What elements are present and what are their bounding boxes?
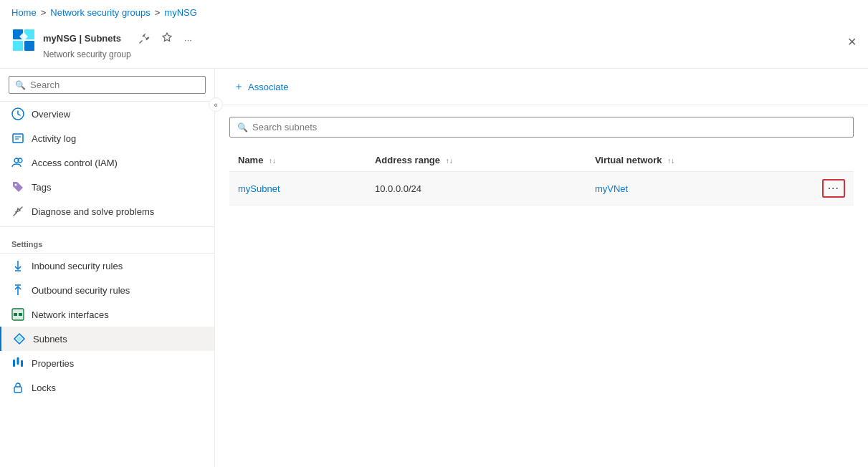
- breadcrumb-current[interactable]: myNSG: [164, 7, 197, 18]
- subnets-icon: [13, 332, 26, 345]
- sidebar-subnets-label: Subnets: [33, 334, 67, 345]
- content-toolbar: ＋ Associate: [215, 69, 868, 105]
- svg-rect-3: [24, 41, 34, 51]
- resource-title-group: myNSG | Subnets ··· Network security gro…: [43, 28, 195, 59]
- sidebar-nav: Overview Activity log Access control (IA…: [0, 102, 214, 223]
- breadcrumb-nsg[interactable]: Network security groups: [50, 7, 150, 18]
- sidebar-outbound-label: Outbound security rules: [32, 285, 130, 296]
- network-interfaces-icon: [11, 308, 24, 321]
- resource-title-text: myNSG | Subnets ···: [43, 28, 195, 48]
- sidebar-item-inbound-rules[interactable]: Inbound security rules: [0, 254, 214, 278]
- search-subnets-icon: 🔍: [237, 122, 248, 133]
- search-subnets-box: 🔍: [229, 117, 854, 138]
- sidebar-item-network-interfaces[interactable]: Network interfaces: [0, 302, 214, 327]
- outbound-rules-icon: [11, 284, 24, 297]
- search-input[interactable]: [30, 80, 199, 90]
- svg-rect-25: [14, 387, 22, 393]
- sidebar: 🔍 Overview Activity log: [0, 69, 215, 467]
- svg-rect-24: [21, 360, 23, 367]
- locks-icon: [11, 381, 24, 394]
- svg-rect-6: [13, 134, 23, 143]
- settings-section-label: Settings: [0, 230, 214, 251]
- address-sort-icon[interactable]: ↑↓: [446, 157, 453, 165]
- settings-divider: [0, 226, 214, 227]
- svg-rect-2: [13, 41, 23, 51]
- col-name: Name ↑↓: [229, 149, 366, 172]
- subnet-name-link[interactable]: mySubnet: [238, 183, 280, 194]
- sidebar-item-locks[interactable]: Locks: [0, 375, 214, 400]
- sidebar-iam-label: Access control (IAM): [32, 158, 118, 168]
- cell-name: mySubnet: [229, 172, 366, 206]
- breadcrumb-home[interactable]: Home: [11, 7, 37, 18]
- svg-marker-21: [16, 336, 22, 342]
- search-subnets-input[interactable]: [252, 122, 846, 133]
- sidebar-collapse-button[interactable]: «: [209, 97, 223, 112]
- subnets-table: Name ↑↓ Address range ↑↓ Virtual network…: [229, 149, 854, 206]
- table-row: mySubnet 10.0.0.0/24 myVNet ···: [229, 172, 854, 206]
- table-body: mySubnet 10.0.0.0/24 myVNet ···: [229, 172, 854, 206]
- sidebar-settings-nav: Inbound security rules Outbound security…: [0, 254, 214, 400]
- main-layout: 🔍 Overview Activity log: [0, 69, 868, 467]
- svg-rect-18: [14, 313, 17, 316]
- sidebar-item-activity-log[interactable]: Activity log: [0, 126, 214, 150]
- sidebar-tags-label: Tags: [32, 182, 51, 193]
- overview-icon: [11, 107, 24, 120]
- content-body: 🔍 Name ↑↓ Address range ↑↓: [215, 105, 868, 467]
- plus-icon: ＋: [234, 80, 244, 93]
- row-actions: ···: [819, 179, 845, 198]
- favorite-button[interactable]: [158, 31, 176, 48]
- associate-button[interactable]: ＋ Associate: [229, 77, 292, 96]
- sidebar-item-outbound-rules[interactable]: Outbound security rules: [0, 278, 214, 302]
- col-virtual-network: Virtual network ↑↓: [586, 149, 811, 172]
- cell-address-range: 10.0.0.0/24: [366, 172, 586, 206]
- cell-row-actions: ···: [811, 172, 854, 206]
- close-button[interactable]: ✕: [847, 35, 857, 49]
- table-header-row: Name ↑↓ Address range ↑↓ Virtual network…: [229, 149, 854, 172]
- sidebar-netif-label: Network interfaces: [32, 309, 109, 320]
- pin-button[interactable]: [135, 31, 153, 48]
- diagnose-icon: [11, 205, 24, 218]
- sidebar-locks-label: Locks: [32, 382, 56, 393]
- vnet-link[interactable]: myVNet: [595, 183, 628, 194]
- col-name-label: Name: [238, 155, 263, 165]
- sidebar-inbound-label: Inbound security rules: [32, 261, 123, 271]
- content-area: ＋ Associate 🔍 Name ↑↓ Address range: [215, 69, 868, 467]
- sidebar-item-subnets[interactable]: Subnets: [0, 327, 214, 351]
- col-vnet-label: Virtual network: [595, 155, 662, 165]
- sidebar-item-access-control[interactable]: Access control (IAM): [0, 150, 214, 175]
- svg-point-11: [15, 184, 17, 186]
- svg-rect-23: [17, 357, 19, 365]
- sidebar-diagnose-label: Diagnose and solve problems: [32, 206, 154, 217]
- more-button[interactable]: ···: [181, 32, 195, 47]
- sidebar-item-diagnose[interactable]: Diagnose and solve problems: [0, 199, 214, 223]
- tags-icon: [11, 180, 24, 193]
- sidebar-item-overview[interactable]: Overview: [0, 102, 214, 126]
- col-actions: [811, 149, 854, 172]
- activity-log-icon: [11, 132, 24, 145]
- col-address-range: Address range ↑↓: [366, 149, 586, 172]
- resource-icon: [11, 28, 36, 52]
- sidebar-search-container: 🔍: [0, 69, 214, 102]
- svg-rect-22: [13, 360, 15, 367]
- header-actions: ···: [135, 31, 195, 48]
- search-icon: 🔍: [15, 80, 26, 90]
- sidebar-item-properties[interactable]: Properties: [0, 351, 214, 375]
- cell-virtual-network: myVNet: [586, 172, 811, 206]
- sidebar-item-tags[interactable]: Tags: [0, 175, 214, 199]
- sidebar-search-box: 🔍: [9, 76, 206, 94]
- vnet-sort-icon[interactable]: ↑↓: [667, 157, 674, 165]
- svg-rect-19: [19, 313, 22, 316]
- associate-label: Associate: [248, 82, 288, 92]
- nsg-icon-svg: [11, 28, 36, 52]
- sidebar-activity-label: Activity log: [32, 133, 76, 144]
- resource-header: myNSG | Subnets ··· Network security gro…: [0, 25, 868, 69]
- name-sort-icon[interactable]: ↑↓: [269, 157, 276, 165]
- access-control-icon: [11, 156, 24, 169]
- sidebar-overview-label: Overview: [32, 109, 70, 120]
- properties-icon: [11, 357, 24, 370]
- col-address-label: Address range: [375, 155, 440, 165]
- inbound-rules-icon: [11, 259, 24, 272]
- row-more-button[interactable]: ···: [822, 179, 845, 198]
- breadcrumb: Home > Network security groups > myNSG: [0, 0, 868, 25]
- resource-subtitle: Network security group: [43, 49, 195, 59]
